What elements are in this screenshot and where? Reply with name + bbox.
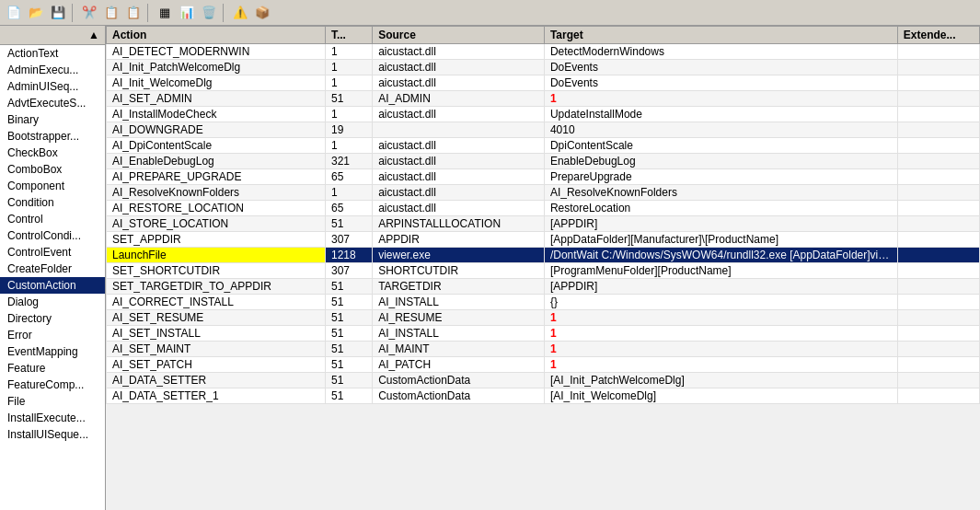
table-row[interactable]: AI_DATA_SETTER_151CustomActionData[AI_In… <box>107 388 980 404</box>
sidebar-item-dialog[interactable]: Dialog <box>0 294 105 310</box>
new-button[interactable]: 📄 <box>4 3 24 23</box>
cell-source: aicustact.dll <box>373 107 545 122</box>
cell-extended <box>897 154 979 169</box>
sidebar-item-component[interactable]: Component <box>0 178 105 194</box>
cell-source: aicustact.dll <box>373 138 545 154</box>
table-row[interactable]: AI_SET_MAINT51AI_MAINT1 <box>107 342 980 357</box>
sidebar-item-controlcondi---[interactable]: ControlCondi... <box>0 227 105 244</box>
cell-extended <box>897 342 979 357</box>
grid-button[interactable]: ▦ <box>155 3 175 23</box>
table-row[interactable]: AI_CORRECT_INSTALL51AI_INSTALL{} <box>107 295 980 310</box>
cell-t: 51 <box>325 388 372 404</box>
table-row[interactable]: AI_DATA_SETTER51CustomActionData[AI_Init… <box>107 373 980 388</box>
save-button[interactable]: 💾 <box>48 3 68 23</box>
cell-t: 1 <box>325 44 372 60</box>
cell-extended <box>897 138 979 154</box>
cell-source: APPDIR <box>373 232 545 248</box>
cell-action: LaunchFile <box>107 248 326 263</box>
sidebar-item-control[interactable]: Control <box>0 211 105 227</box>
table-row[interactable]: SET_TARGETDIR_TO_APPDIR51TARGETDIR[APPDI… <box>107 279 980 295</box>
sidebar-item-feature[interactable]: Feature <box>0 360 105 377</box>
cut-button[interactable]: ✂️ <box>79 3 99 23</box>
sidebar-item-eventmapping[interactable]: EventMapping <box>0 343 105 360</box>
cell-target: 4010 <box>544 122 897 138</box>
cell-t: 51 <box>325 326 372 342</box>
sidebar-item-directory[interactable]: Directory <box>0 310 105 327</box>
sidebar-item-installexecute---[interactable]: InstallExecute... <box>0 410 105 426</box>
table-container[interactable]: Action T... Source Target Extende... AI_… <box>106 26 980 510</box>
sidebar-item-createfolder[interactable]: CreateFolder <box>0 261 105 277</box>
custom-action-table: Action T... Source Target Extende... AI_… <box>106 26 980 404</box>
col-header-target: Target <box>544 27 897 44</box>
cell-extended <box>897 326 979 342</box>
table-row[interactable]: AI_InstallModeCheck1aicustact.dllUpdateI… <box>107 107 980 122</box>
cell-t: 51 <box>325 279 372 295</box>
cell-t: 51 <box>325 295 372 310</box>
cell-extended <box>897 388 979 404</box>
package-button[interactable]: 📦 <box>252 3 272 23</box>
table-row[interactable]: AI_DETECT_MODERNWIN1aicustact.dllDetectM… <box>107 44 980 60</box>
cell-t: 51 <box>325 373 372 388</box>
sidebar-item-featurecomp---[interactable]: FeatureComp... <box>0 377 105 393</box>
sidebar-header: ▲ <box>0 26 105 45</box>
sidebar-item-installuiseque---[interactable]: InstallUISeque... <box>0 426 105 443</box>
open-button[interactable]: 📂 <box>26 3 46 23</box>
table-row[interactable]: AI_SET_ADMIN51AI_ADMIN1 <box>107 91 980 107</box>
table-row[interactable]: AI_PREPARE_UPGRADE65aicustact.dllPrepare… <box>107 169 980 185</box>
table-button[interactable]: 📊 <box>177 3 197 23</box>
table-row[interactable]: SET_SHORTCUTDIR307SHORTCUTDIR[ProgramMen… <box>107 263 980 279</box>
cell-action: AI_Init_WelcomeDlg <box>107 75 326 91</box>
table-row[interactable]: AI_SET_RESUME51AI_RESUME1 <box>107 310 980 326</box>
cell-action: SET_TARGETDIR_TO_APPDIR <box>107 279 326 295</box>
cell-target: DetectModernWindows <box>544 44 897 60</box>
scroll-up-icon[interactable]: ▲ <box>88 29 99 41</box>
cell-extended <box>897 357 979 373</box>
sidebar-item-binary[interactable]: Binary <box>0 111 105 128</box>
cell-extended <box>897 107 979 122</box>
sidebar-item-checkbox[interactable]: CheckBox <box>0 145 105 161</box>
sidebar-item-advtexecutes---[interactable]: AdvtExecuteS... <box>0 95 105 111</box>
cell-action: AI_SET_MAINT <box>107 342 326 357</box>
toolbar: 📄 📂 💾 ✂️ 📋 📋 ▦ 📊 🗑️ ⚠️ 📦 <box>0 0 980 26</box>
cell-action: AI_DATA_SETTER <box>107 373 326 388</box>
sidebar-item-adminexecu---[interactable]: AdminExecu... <box>0 62 105 78</box>
sidebar-item-error[interactable]: Error <box>0 327 105 343</box>
copy-button[interactable]: 📋 <box>101 3 121 23</box>
col-header-t: T... <box>325 27 372 44</box>
table-row[interactable]: AI_DOWNGRADE194010 <box>107 122 980 138</box>
cell-source: aicustact.dll <box>373 169 545 185</box>
sidebar-item-customaction[interactable]: CustomAction <box>0 277 105 294</box>
cell-action: AI_DpiContentScale <box>107 138 326 154</box>
table-row[interactable]: AI_Init_WelcomeDlg1aicustact.dllDoEvents <box>107 75 980 91</box>
paste-button[interactable]: 📋 <box>123 3 144 23</box>
table-row[interactable]: LaunchFile1218viewer.exe/DontWait C:/Win… <box>107 248 980 263</box>
sidebar-item-actiontext[interactable]: ActionText <box>0 45 105 62</box>
cell-t: 1218 <box>325 248 372 263</box>
delete-button[interactable]: 🗑️ <box>199 3 219 23</box>
cell-source: AI_PATCH <box>373 357 545 373</box>
table-row[interactable]: AI_SET_INSTALL51AI_INSTALL1 <box>107 326 980 342</box>
cell-target: UpdateInstallMode <box>544 107 897 122</box>
sidebar-item-condition[interactable]: Condition <box>0 194 105 211</box>
table-row[interactable]: AI_SET_PATCH51AI_PATCH1 <box>107 357 980 373</box>
cell-action: SET_APPDIR <box>107 232 326 248</box>
table-row[interactable]: AI_Init_PatchWelcomeDlg1aicustact.dllDoE… <box>107 60 980 75</box>
sidebar-item-adminuiseq---[interactable]: AdminUISeq... <box>0 78 105 95</box>
table-row[interactable]: AI_RESTORE_LOCATION65aicustact.dllRestor… <box>107 201 980 216</box>
cell-source: aicustact.dll <box>373 60 545 75</box>
table-row[interactable]: SET_APPDIR307APPDIR[AppDataFolder][Manuf… <box>107 232 980 248</box>
sidebar-item-bootstrapper---[interactable]: Bootstrapper... <box>0 128 105 145</box>
table-row[interactable]: AI_STORE_LOCATION51ARPINSTALLLOCATION[AP… <box>107 216 980 232</box>
sidebar-item-controlevent[interactable]: ControlEvent <box>0 244 105 261</box>
cell-t: 19 <box>325 122 372 138</box>
cell-source: aicustact.dll <box>373 185 545 201</box>
sidebar-item-combobox[interactable]: ComboBox <box>0 161 105 178</box>
cell-action: AI_InstallModeCheck <box>107 107 326 122</box>
table-row[interactable]: AI_DpiContentScale1aicustact.dllDpiConte… <box>107 138 980 154</box>
table-row[interactable]: AI_ResolveKnownFolders1aicustact.dllAI_R… <box>107 185 980 201</box>
cell-source: ARPINSTALLLOCATION <box>373 216 545 232</box>
warning-button[interactable]: ⚠️ <box>230 3 250 23</box>
sidebar-item-file[interactable]: File <box>0 393 105 410</box>
cell-extended <box>897 373 979 388</box>
table-row[interactable]: AI_EnableDebugLog321aicustact.dllEnableD… <box>107 154 980 169</box>
